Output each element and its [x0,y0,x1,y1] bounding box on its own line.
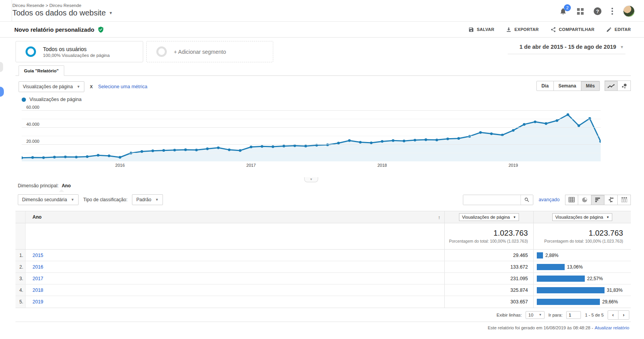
chart-legend: Visualizações de página [15,93,631,104]
line-chart-view-button[interactable] [605,80,618,91]
x-axis-tick-label: 2016 [115,163,125,168]
year-link[interactable]: 2018 [33,288,43,293]
pageviews-value: 231.095 [510,276,528,281]
advanced-filter-link[interactable]: avançado [539,197,560,202]
segments-row: Todos os usuários 100,00% Visualizações … [15,38,631,63]
help-icon[interactable]: ? [594,7,601,15]
percentage-value: 13,06% [567,264,583,270]
search-icon [524,197,530,203]
primary-dimension-value[interactable]: Ano [62,183,70,188]
motion-chart-view-button[interactable] [618,80,631,91]
refresh-report-link[interactable]: Atualizar relatório [595,325,629,330]
add-segment-button[interactable]: + Adicionar segmento [146,41,273,62]
share-button[interactable]: COMPARTILHAR [550,27,594,33]
date-range-text: 1 de abr de 2015 - 15 de ago de 2019 [519,44,616,50]
comparison-icon [608,197,614,202]
comparison-view-button[interactable] [605,195,618,205]
segment-all-users[interactable]: Todos os usuários 100,00% Visualizações … [15,41,143,62]
segment-title: Todos os usuários [43,46,110,52]
chart-plot-area: 20.00040.00060.000 [22,105,601,161]
granularity-month[interactable]: Mês [581,81,600,91]
generated-text: Este relatório foi gerado em 16/08/2019 … [488,325,593,330]
table-row: 5.2019303.65729,66% [15,296,631,308]
rows-per-page-label: Exibir linhas: [497,313,522,317]
previous-page-button[interactable]: ‹ [608,310,618,320]
notifications-button[interactable]: 2 [559,7,567,15]
report-table: Ano ↑ Visualizações de página▼ Visualiza… [15,211,631,308]
table-controls: Dimensão secundária ▼ Tipo de classifica… [15,194,631,205]
table-pagination: Exibir linhas: 10 ▼ Ir para: 1 - 5 de 5 … [15,308,631,322]
metric-dropdown[interactable]: Visualizações de página ▼ [19,81,84,92]
table-body: 1.201529.4652,88%2.2016133.67213,06%3.20… [15,250,631,308]
chevron-down-icon: ▼ [539,313,542,317]
date-range-selector[interactable]: 1 de abr de 2015 - 15 de ago de 2019 ▼ [508,44,625,54]
breadcrumb[interactable]: Dirceu Resende > Dirceu Resende [12,3,644,8]
row-number: 4. [15,284,26,296]
search-button[interactable] [521,195,533,205]
goto-page-input[interactable] [566,311,581,319]
year-link[interactable]: 2015 [33,253,43,258]
granularity-day[interactable]: Dia [536,81,554,91]
line-chart-icon [608,83,615,89]
x-axis-tick-label: 2018 [377,163,387,168]
granularity-switch: Dia Semana Mês [536,81,600,91]
table-totals-row: 1.023.763 Porcentagem do total: 100,00% … [15,223,631,250]
share-button-label: COMPARTILHAR [559,27,594,32]
chevron-down-icon[interactable]: ▼ [109,11,113,15]
save-button[interactable]: SALVAR [468,27,494,33]
apps-grid-icon[interactable] [577,8,584,15]
chevron-down-icon: ▼ [155,198,159,202]
pageviews-value: 133.672 [510,264,528,270]
save-icon [468,27,474,33]
gridline-major: 60.000 [22,110,601,111]
year-link[interactable]: 2017 [33,276,43,281]
segment-ring-icon [26,46,36,57]
gridline-minor [22,119,601,119]
report-generated-row: Este relatório foi gerado em 16/08/2019 … [15,322,631,330]
pivot-view-button[interactable] [618,195,631,205]
table-row: 4.2018325.87431,83% [15,284,631,296]
search-input[interactable] [463,195,521,205]
kebab-menu-icon[interactable] [611,8,613,15]
bar-chart-icon [595,197,601,202]
share-icon [550,27,556,33]
edit-button[interactable]: EDITAR [606,27,631,33]
export-button[interactable]: EXPORTAR [506,27,539,33]
sort-ascending-icon[interactable]: ↑ [438,214,441,220]
next-page-button[interactable]: › [618,310,629,320]
table-row: 2.2016133.67213,06% [15,261,631,273]
data-view-button[interactable] [565,195,578,205]
performance-view-button[interactable] [591,195,605,205]
tab-relatorio[interactable]: Guia "Relatório" [19,65,64,76]
pageviews-value: 325.874 [510,288,528,293]
percentage-bar [537,276,585,282]
rows-per-page-select[interactable]: 10 ▼ [526,311,545,319]
metric-column-1-dropdown[interactable]: Visualizações de página▼ [459,213,519,221]
percentage-bar [537,299,600,305]
chevron-left-icon: ‹ [612,312,614,318]
year-link[interactable]: 2016 [33,264,43,270]
gridline-major: 40.000 [22,127,601,128]
total-pageviews: 1.023.763 [493,229,528,238]
percentage-bar [537,252,543,259]
avatar[interactable] [623,5,635,17]
metric-dropdown-label: Visualizações de página [23,84,73,89]
year-link[interactable]: 2019 [33,299,43,305]
pageviews-value: 303.657 [510,299,528,305]
granularity-week[interactable]: Semana [554,81,581,91]
row-number: 3. [15,273,26,284]
y-axis-tick-label: 60.000 [26,105,39,110]
secondary-dimension-dropdown[interactable]: Dimensão secundária ▼ [18,194,79,205]
select-metric-link[interactable]: Selecione uma métrica [98,84,147,89]
top-bar: Dirceu Resende > Dirceu Resende Todos os… [0,0,644,22]
gridline-minor [22,153,601,153]
metric-column-2-dropdown[interactable]: Visualizações de página▼ [552,213,613,221]
dimension-column-header[interactable]: Ano [33,214,41,220]
chart-x-axis: 2016201720182019 [22,161,601,169]
percentage-view-button[interactable] [578,195,591,205]
table-search [463,195,533,205]
pie-chart-icon [582,197,587,203]
sort-type-dropdown[interactable]: Padrão ▼ [132,194,163,205]
add-segment-label: + Adicionar segmento [174,49,226,55]
annotations-expander[interactable]: ▼ [304,177,318,182]
